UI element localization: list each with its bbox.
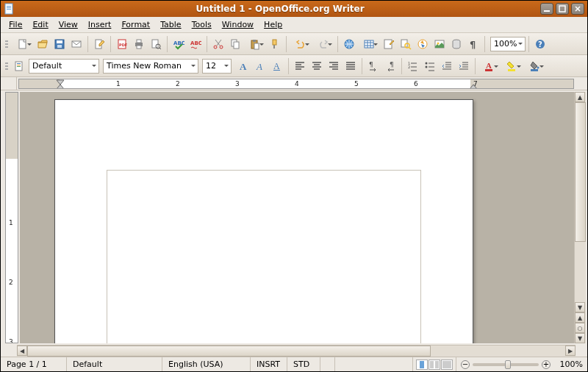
paste-button[interactable] <box>244 36 266 52</box>
status-selection-mode[interactable]: STD <box>287 357 320 371</box>
menu-format[interactable]: Format <box>116 18 155 32</box>
save-button[interactable] <box>51 36 68 52</box>
zoom-slider[interactable] <box>473 363 539 366</box>
minimize-button[interactable] <box>540 3 553 15</box>
scroll-up-button[interactable]: ▲ <box>575 92 585 102</box>
align-left-button[interactable] <box>292 58 308 74</box>
spellcheck-button[interactable]: ABC <box>171 36 187 52</box>
svg-text:ABC: ABC <box>190 40 201 46</box>
font-size-combo[interactable]: 12 <box>202 59 232 74</box>
redo-button[interactable] <box>312 36 334 52</box>
close-button[interactable] <box>571 3 584 15</box>
gallery-button[interactable] <box>431 36 448 52</box>
italic-button[interactable]: A <box>252 58 268 74</box>
format-paintbrush-button[interactable] <box>267 36 283 52</box>
status-page[interactable]: Page 1 / 1 <box>1 357 67 371</box>
zoom-slider-thumb[interactable] <box>505 360 511 369</box>
ruler-vertical[interactable]: 1 2 3 <box>5 92 18 343</box>
status-style[interactable]: Default <box>67 357 162 371</box>
zoom-out-button[interactable]: − <box>461 360 470 369</box>
zoom-percent-label[interactable]: 100% <box>553 360 583 369</box>
statusbar: Page 1 / 1 Default English (USA) INSRT S… <box>1 357 587 371</box>
align-center-button[interactable] <box>309 58 325 74</box>
rtl-button[interactable]: ¶ <box>382 58 398 74</box>
print-button[interactable] <box>131 36 147 52</box>
undo-button[interactable] <box>290 36 312 52</box>
book-view-button[interactable] <box>441 360 453 370</box>
show-draw-button[interactable] <box>381 36 397 52</box>
nonprinting-chars-button[interactable]: ¶ <box>465 36 481 52</box>
export-pdf-button[interactable]: PDF <box>114 36 130 52</box>
menu-edit[interactable]: Edit <box>27 18 53 32</box>
paragraph-style-combo[interactable]: Default <box>29 59 99 74</box>
svg-rect-43 <box>17 65 21 65</box>
scroll-left-button[interactable]: ◀ <box>17 346 27 356</box>
highlight-button[interactable] <box>501 58 523 74</box>
styles-button[interactable] <box>12 58 28 74</box>
scroll-thumb-v[interactable] <box>575 102 586 242</box>
maximize-button[interactable] <box>556 3 569 15</box>
menu-window[interactable]: Window <box>217 18 259 32</box>
data-sources-button[interactable] <box>448 36 465 52</box>
preview-button[interactable] <box>148 36 164 52</box>
bullet-list-button[interactable] <box>422 58 438 74</box>
find-button[interactable] <box>398 36 414 52</box>
menu-insert[interactable]: Insert <box>83 18 117 32</box>
prev-page-button[interactable]: ▲ <box>575 312 585 323</box>
scroll-right-button[interactable]: ▶ <box>565 346 576 356</box>
number-list-button[interactable]: 12 <box>405 58 421 74</box>
scroll-thumb-h[interactable] <box>27 346 431 357</box>
scroll-down-button[interactable]: ▼ <box>575 302 585 312</box>
next-page-button[interactable]: ▼ <box>575 333 585 343</box>
menu-help[interactable]: Help <box>259 18 287 32</box>
cut-button[interactable] <box>210 36 226 52</box>
svg-rect-5 <box>559 6 565 12</box>
bold-button[interactable]: A <box>235 58 251 74</box>
menu-tools[interactable]: Tools <box>187 18 217 32</box>
status-language[interactable]: English (USA) <box>162 357 251 371</box>
increase-indent-button[interactable] <box>456 58 472 74</box>
zoom-combo[interactable]: 100% <box>490 37 526 51</box>
nav-object-button[interactable]: ○ <box>575 323 585 333</box>
toolbar-grip[interactable] <box>4 58 10 74</box>
navigator-button[interactable] <box>415 36 431 52</box>
status-modified[interactable] <box>335 357 413 371</box>
status-insert-mode[interactable]: INSRT <box>251 357 287 371</box>
indent-marker-left[interactable] <box>56 79 65 89</box>
align-justify-button[interactable] <box>343 58 359 74</box>
align-right-button[interactable] <box>326 58 342 74</box>
page[interactable] <box>54 99 473 343</box>
ruler-horizontal[interactable]: 1 2 3 4 5 6 7 <box>18 79 574 89</box>
mail-button[interactable] <box>68 36 85 52</box>
titlebar: Untitled 1 - OpenOffice.org Writer <box>1 1 587 17</box>
new-button[interactable] <box>12 36 34 52</box>
vertical-scrollbar[interactable]: ▲ ▼ ▲ ○ ▼ <box>574 92 586 343</box>
decrease-indent-button[interactable] <box>439 58 455 74</box>
background-color-button[interactable] <box>524 58 546 74</box>
status-signature[interactable] <box>320 357 335 371</box>
svg-rect-16 <box>137 46 141 49</box>
multi-page-view-button[interactable] <box>429 360 440 370</box>
open-button[interactable] <box>35 36 51 52</box>
autospell-button[interactable]: ABC <box>187 36 204 52</box>
menu-file[interactable]: File <box>4 18 27 32</box>
single-page-view-button[interactable] <box>416 360 428 370</box>
underline-button[interactable]: A <box>269 58 285 74</box>
help-button[interactable]: ? <box>532 36 548 52</box>
font-name-combo[interactable]: Times New Roman <box>103 59 198 74</box>
ltr-button[interactable]: ¶ <box>365 58 381 74</box>
svg-rect-62 <box>435 361 439 368</box>
zoom-in-button[interactable]: + <box>542 360 551 369</box>
toolbar-grip[interactable] <box>4 36 10 52</box>
edit-file-button[interactable] <box>91 36 107 52</box>
font-color-button[interactable]: A <box>478 58 501 74</box>
document-area[interactable] <box>20 92 574 343</box>
copy-button[interactable] <box>227 36 243 52</box>
menu-view[interactable]: View <box>54 18 83 32</box>
table-button[interactable] <box>358 36 380 52</box>
hyperlink-button[interactable] <box>341 36 357 52</box>
svg-rect-15 <box>137 40 141 43</box>
horizontal-scrollbar[interactable]: ◀ ▶ <box>17 345 576 357</box>
menu-table[interactable]: Table <box>155 18 186 32</box>
svg-text:A: A <box>486 61 492 70</box>
